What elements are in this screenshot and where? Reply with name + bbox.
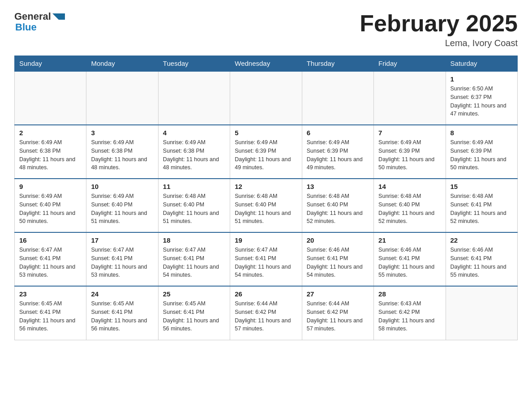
calendar-day-cell: 8Sunrise: 6:49 AM Sunset: 6:39 PM Daylig…: [446, 125, 517, 179]
calendar-day-cell: 26Sunrise: 6:44 AM Sunset: 6:42 PM Dayli…: [230, 286, 302, 340]
calendar-day-cell: 9Sunrise: 6:49 AM Sunset: 6:40 PM Daylig…: [15, 179, 86, 232]
day-info: Sunrise: 6:48 AM Sunset: 6:41 PM Dayligh…: [450, 192, 513, 226]
logo: General Blue: [14, 11, 65, 33]
day-info: Sunrise: 6:49 AM Sunset: 6:39 PM Dayligh…: [235, 138, 297, 172]
day-number: 28: [378, 290, 441, 298]
day-number: 11: [163, 183, 225, 190]
day-header-sunday: Sunday: [15, 56, 86, 72]
calendar-day-cell: [230, 71, 302, 125]
day-number: 18: [163, 236, 225, 244]
day-info: Sunrise: 6:49 AM Sunset: 6:40 PM Dayligh…: [91, 192, 153, 226]
calendar-day-cell: 17Sunrise: 6:47 AM Sunset: 6:41 PM Dayli…: [86, 232, 158, 286]
day-info: Sunrise: 6:47 AM Sunset: 6:41 PM Dayligh…: [19, 246, 82, 279]
calendar-week-row: 9Sunrise: 6:49 AM Sunset: 6:40 PM Daylig…: [15, 179, 518, 232]
day-number: 25: [163, 290, 225, 298]
day-number: 20: [307, 236, 369, 244]
day-header-thursday: Thursday: [302, 56, 373, 72]
day-info: Sunrise: 6:48 AM Sunset: 6:40 PM Dayligh…: [378, 192, 441, 226]
calendar-day-cell: 16Sunrise: 6:47 AM Sunset: 6:41 PM Dayli…: [15, 232, 86, 286]
calendar-day-cell: [86, 71, 158, 125]
day-number: 27: [307, 290, 369, 298]
day-info: Sunrise: 6:48 AM Sunset: 6:40 PM Dayligh…: [235, 192, 297, 226]
day-info: Sunrise: 6:49 AM Sunset: 6:39 PM Dayligh…: [307, 138, 369, 172]
calendar-day-cell: 11Sunrise: 6:48 AM Sunset: 6:40 PM Dayli…: [158, 179, 230, 232]
calendar-day-cell: 4Sunrise: 6:49 AM Sunset: 6:38 PM Daylig…: [158, 125, 230, 179]
day-header-friday: Friday: [374, 56, 446, 72]
calendar-day-cell: 13Sunrise: 6:48 AM Sunset: 6:40 PM Dayli…: [302, 179, 373, 232]
day-header-saturday: Saturday: [446, 56, 517, 72]
month-title: February 2025: [360, 11, 518, 36]
day-header-wednesday: Wednesday: [230, 56, 302, 72]
day-number: 3: [91, 129, 153, 137]
calendar-day-cell: 7Sunrise: 6:49 AM Sunset: 6:39 PM Daylig…: [374, 125, 446, 179]
calendar-day-cell: 20Sunrise: 6:46 AM Sunset: 6:41 PM Dayli…: [302, 232, 373, 286]
day-info: Sunrise: 6:46 AM Sunset: 6:41 PM Dayligh…: [307, 246, 369, 279]
day-number: 7: [378, 129, 441, 137]
day-number: 16: [19, 236, 82, 244]
day-number: 26: [235, 290, 297, 298]
calendar-day-cell: 27Sunrise: 6:44 AM Sunset: 6:42 PM Dayli…: [302, 286, 373, 340]
day-number: 2: [19, 129, 82, 137]
day-info: Sunrise: 6:48 AM Sunset: 6:40 PM Dayligh…: [307, 192, 369, 226]
calendar-day-cell: 5Sunrise: 6:49 AM Sunset: 6:39 PM Daylig…: [230, 125, 302, 179]
page-header: General Blue February 2025 Lema, Ivory C…: [14, 11, 518, 48]
day-info: Sunrise: 6:49 AM Sunset: 6:38 PM Dayligh…: [91, 138, 153, 172]
calendar-week-row: 2Sunrise: 6:49 AM Sunset: 6:38 PM Daylig…: [15, 125, 518, 179]
calendar-header-row: SundayMondayTuesdayWednesdayThursdayFrid…: [15, 56, 518, 72]
day-number: 4: [163, 129, 225, 137]
day-number: 10: [91, 183, 153, 190]
title-block: February 2025 Lema, Ivory Coast: [360, 11, 518, 48]
calendar-day-cell: 25Sunrise: 6:45 AM Sunset: 6:41 PM Dayli…: [158, 286, 230, 340]
calendar-day-cell: 6Sunrise: 6:49 AM Sunset: 6:39 PM Daylig…: [302, 125, 373, 179]
calendar-day-cell: 23Sunrise: 6:45 AM Sunset: 6:41 PM Dayli…: [15, 286, 86, 340]
day-info: Sunrise: 6:45 AM Sunset: 6:41 PM Dayligh…: [91, 300, 153, 333]
day-info: Sunrise: 6:47 AM Sunset: 6:41 PM Dayligh…: [163, 246, 225, 279]
day-number: 13: [307, 183, 369, 190]
calendar-day-cell: 18Sunrise: 6:47 AM Sunset: 6:41 PM Dayli…: [158, 232, 230, 286]
day-info: Sunrise: 6:44 AM Sunset: 6:42 PM Dayligh…: [307, 300, 369, 333]
calendar-week-row: 1Sunrise: 6:50 AM Sunset: 6:37 PM Daylig…: [15, 71, 518, 125]
calendar-day-cell: 2Sunrise: 6:49 AM Sunset: 6:38 PM Daylig…: [15, 125, 86, 179]
day-number: 5: [235, 129, 297, 137]
day-info: Sunrise: 6:45 AM Sunset: 6:41 PM Dayligh…: [19, 300, 82, 333]
day-number: 24: [91, 290, 153, 298]
calendar-day-cell: 28Sunrise: 6:43 AM Sunset: 6:42 PM Dayli…: [374, 286, 446, 340]
calendar-day-cell: [15, 71, 86, 125]
day-number: 19: [235, 236, 297, 244]
day-number: 22: [450, 236, 513, 244]
day-number: 12: [235, 183, 297, 190]
calendar-day-cell: 24Sunrise: 6:45 AM Sunset: 6:41 PM Dayli…: [86, 286, 158, 340]
day-header-tuesday: Tuesday: [158, 56, 230, 72]
day-number: 9: [19, 183, 82, 190]
day-info: Sunrise: 6:45 AM Sunset: 6:41 PM Dayligh…: [163, 300, 225, 333]
logo-general-text: General: [14, 11, 51, 22]
day-info: Sunrise: 6:49 AM Sunset: 6:38 PM Dayligh…: [163, 138, 225, 172]
day-info: Sunrise: 6:49 AM Sunset: 6:39 PM Dayligh…: [450, 138, 513, 172]
calendar-day-cell: 1Sunrise: 6:50 AM Sunset: 6:37 PM Daylig…: [446, 71, 517, 125]
day-number: 23: [19, 290, 82, 298]
day-number: 15: [450, 183, 513, 190]
calendar-day-cell: 15Sunrise: 6:48 AM Sunset: 6:41 PM Dayli…: [446, 179, 517, 232]
logo-blue-text: Blue: [15, 21, 37, 33]
day-number: 21: [378, 236, 441, 244]
calendar-day-cell: 10Sunrise: 6:49 AM Sunset: 6:40 PM Dayli…: [86, 179, 158, 232]
day-info: Sunrise: 6:48 AM Sunset: 6:40 PM Dayligh…: [163, 192, 225, 226]
calendar-day-cell: [374, 71, 446, 125]
calendar-day-cell: 21Sunrise: 6:46 AM Sunset: 6:41 PM Dayli…: [374, 232, 446, 286]
day-number: 8: [450, 129, 513, 137]
calendar-day-cell: 22Sunrise: 6:46 AM Sunset: 6:41 PM Dayli…: [446, 232, 517, 286]
day-info: Sunrise: 6:43 AM Sunset: 6:42 PM Dayligh…: [378, 300, 441, 333]
day-number: 1: [450, 75, 513, 83]
location-label: Lema, Ivory Coast: [360, 38, 518, 48]
day-info: Sunrise: 6:50 AM Sunset: 6:37 PM Dayligh…: [450, 85, 513, 118]
day-info: Sunrise: 6:49 AM Sunset: 6:40 PM Dayligh…: [19, 192, 82, 226]
calendar-week-row: 23Sunrise: 6:45 AM Sunset: 6:41 PM Dayli…: [15, 286, 518, 340]
calendar-day-cell: [446, 286, 517, 340]
day-info: Sunrise: 6:47 AM Sunset: 6:41 PM Dayligh…: [91, 246, 153, 279]
logo-triangle-icon: [52, 13, 65, 20]
calendar-day-cell: 12Sunrise: 6:48 AM Sunset: 6:40 PM Dayli…: [230, 179, 302, 232]
day-number: 14: [378, 183, 441, 190]
day-info: Sunrise: 6:46 AM Sunset: 6:41 PM Dayligh…: [378, 246, 441, 279]
calendar-day-cell: [302, 71, 373, 125]
calendar-week-row: 16Sunrise: 6:47 AM Sunset: 6:41 PM Dayli…: [15, 232, 518, 286]
